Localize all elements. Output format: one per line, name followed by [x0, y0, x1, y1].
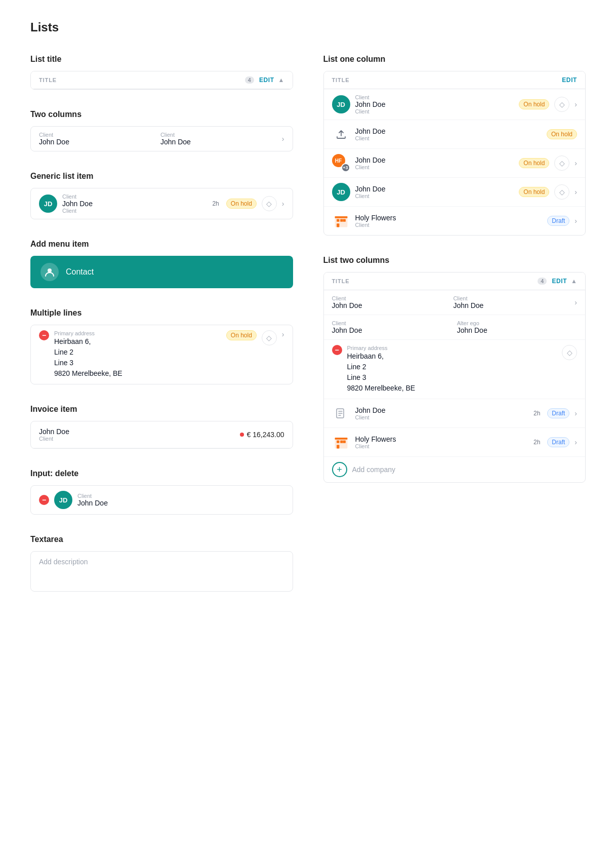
action-icon-btn[interactable]: ◇	[262, 196, 277, 211]
row2-badge: On hold	[547, 129, 577, 139]
svg-rect-3	[337, 219, 339, 221]
r-col3: Client John Doe	[332, 320, 452, 334]
row3-info: John Doe Client	[355, 156, 514, 170]
panel-invoice: John Doe Client € 16,243.00	[30, 421, 293, 449]
address-row[interactable]: − Primary address Heirbaan 6,Line 2Line …	[31, 325, 293, 384]
delete-minus-icon[interactable]: −	[39, 495, 49, 505]
section-input-delete: Input: delete − JD Client John Doe	[30, 469, 293, 515]
main-layout: List title TITLE 4 EDIT ▲ Two columns Cl…	[30, 55, 586, 612]
section-title-input-delete: Input: delete	[30, 469, 293, 478]
row1-badge: On hold	[519, 99, 549, 109]
address-label: Primary address	[54, 330, 221, 336]
svg-rect-11	[340, 440, 343, 443]
two-col-row[interactable]: Client John Doe Client John Doe ›	[31, 127, 293, 151]
address-action-btn[interactable]: ◇	[262, 330, 277, 345]
add-menu-item-btn[interactable]: Contact	[30, 256, 293, 288]
section-title-one-col: List one column	[323, 55, 586, 64]
one-col-row-5[interactable]: Holy Flowers Client Draft ›	[324, 207, 586, 235]
row4-chevron: ›	[574, 188, 577, 196]
two-col-r-row-2[interactable]: Client John Doe Alter ego John Doe	[324, 315, 586, 340]
section-title-multiple-lines: Multiple lines	[30, 308, 293, 318]
row-chevron: ›	[282, 200, 284, 208]
invoice-row[interactable]: John Doe Client € 16,243.00	[31, 421, 293, 448]
addr-action-btn[interactable]: ◇	[562, 345, 577, 360]
row1-action-btn[interactable]: ◇	[554, 97, 569, 112]
two-col-addr-label: Primary address	[347, 345, 557, 351]
address-chevron: ›	[282, 330, 284, 338]
generic-list-row[interactable]: JD Client John Doe Client 2h On hold ◇ ›	[31, 188, 293, 219]
textarea-placeholder: Add description	[39, 558, 88, 566]
right-column: List one column TITLE EDIT JD Client Joh…	[323, 55, 586, 612]
one-col-row-3[interactable]: HF +3 John Doe Client On hold ◇ ›	[324, 149, 586, 178]
row4-action-btn[interactable]: ◇	[554, 184, 569, 200]
row4-time: 2h	[533, 410, 540, 417]
svg-rect-13	[343, 440, 345, 443]
row-name: John Doe	[62, 200, 207, 208]
one-col-row-1[interactable]: JD Client John Doe Client On hold ◇ ›	[324, 89, 586, 120]
row3-sub: Client	[355, 164, 514, 170]
panel-input-delete: − JD Client John Doe	[30, 485, 293, 515]
status-badge: On hold	[226, 199, 257, 209]
r-col2: Client John Doe	[453, 295, 569, 309]
two-col-r-edit-btn[interactable]: EDIT	[552, 278, 567, 285]
input-delete-info: Client John Doe	[77, 493, 284, 507]
r-col4: Alter ego John Doe	[457, 320, 577, 334]
time-label: 2h	[212, 200, 219, 207]
one-col-row-4[interactable]: JD John Doe Client On hold ◇ ›	[324, 178, 586, 207]
two-col-r-row5-name: Holy Flowers	[355, 435, 528, 443]
address-minus-icon[interactable]: −	[332, 345, 342, 355]
two-col-r-row-1[interactable]: Client John Doe Client John Doe ›	[324, 290, 586, 315]
section-title-two-col-r: List two columns	[323, 256, 586, 265]
list-title-edit-btn[interactable]: EDIT	[259, 76, 274, 84]
panel-list-title: TITLE 4 EDIT ▲	[30, 71, 293, 90]
row5-sub: Client	[355, 222, 543, 228]
two-col-r-chevron: ▲	[571, 278, 577, 285]
r-col4-value: John Doe	[457, 326, 577, 334]
section-add-menu-item: Add menu item Contact	[30, 240, 293, 288]
remove-icon[interactable]: −	[39, 330, 49, 340]
two-col-r-address-row[interactable]: − Primary address Heirbaan 6,Line 2Line …	[324, 340, 586, 399]
row4-draft-badge: Draft	[547, 408, 569, 418]
row4-avatar: JD	[332, 183, 350, 201]
section-title-generic: Generic list item	[30, 172, 293, 181]
two-col-r-row-4[interactable]: John Doe Client 2h Draft ›	[324, 399, 586, 428]
section-list-one-column: List one column TITLE EDIT JD Client Joh…	[323, 55, 586, 236]
two-col-r-row4-sub: Client	[355, 414, 528, 420]
two-col-r-row-5[interactable]: Holy Flowers Client 2h Draft ›	[324, 428, 586, 457]
section-title-add-menu: Add menu item	[30, 240, 293, 249]
section-title-invoice: Invoice item	[30, 405, 293, 414]
row5-time: 2h	[533, 439, 540, 446]
r-col2-label: Client	[453, 295, 569, 301]
two-col-r-row5-info: Holy Flowers Client	[355, 435, 528, 449]
row5-name: Holy Flowers	[355, 214, 543, 222]
row3-action-btn[interactable]: ◇	[554, 156, 569, 171]
add-circle-icon: +	[332, 462, 347, 477]
col-cell-2: Client John Doe	[160, 132, 277, 146]
input-delete-label: Client	[77, 493, 284, 499]
section-title-two-columns: Two columns	[30, 110, 293, 119]
row3-badge: On hold	[519, 158, 549, 168]
row-sub: Client	[62, 208, 207, 214]
two-col-r-count: 4	[538, 278, 547, 285]
section-list-two-columns: List two columns TITLE 4 EDIT ▲ Client J…	[323, 256, 586, 483]
add-company-row[interactable]: + Add company	[324, 457, 586, 482]
one-col-row-2[interactable]: John Doe Client On hold	[324, 120, 586, 149]
avatar-stack: HF +3	[332, 154, 350, 172]
add-menu-label: Contact	[66, 267, 94, 277]
list-title-label: TITLE	[39, 77, 242, 83]
section-generic-list-item: Generic list item JD Client John Doe Cli…	[30, 172, 293, 219]
two-col-r-title: TITLE	[332, 278, 535, 284]
row1-sub: Client	[355, 108, 514, 114]
list-title-chevron: ▲	[278, 76, 284, 84]
input-delete-row: − JD Client John Doe	[31, 486, 293, 514]
section-multiple-lines: Multiple lines − Primary address Heirbaa…	[30, 308, 293, 384]
add-company-label: Add company	[352, 465, 396, 474]
textarea-panel[interactable]: Add description	[30, 551, 293, 592]
row1-avatar: JD	[332, 95, 350, 113]
one-col-edit-btn[interactable]: EDIT	[562, 76, 577, 84]
building-icon	[332, 212, 350, 230]
svg-rect-12	[337, 445, 339, 448]
r-col3-label: Client	[332, 320, 452, 326]
row4-info: John Doe Client	[355, 185, 514, 199]
row2-info: John Doe Client	[355, 127, 542, 141]
